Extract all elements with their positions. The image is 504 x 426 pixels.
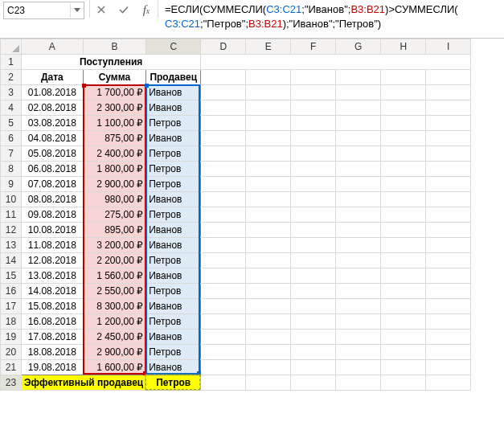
cell[interactable] <box>246 253 291 268</box>
row-header[interactable]: 23 <box>1 375 22 391</box>
cell[interactable] <box>291 223 336 238</box>
cell-amount[interactable]: 1 700,00 ₽ <box>83 85 146 100</box>
cell[interactable] <box>381 345 426 360</box>
cell-date[interactable]: 10.08.2018 <box>22 223 84 238</box>
cell[interactable] <box>246 116 291 131</box>
cell[interactable] <box>246 100 291 116</box>
cell-date[interactable]: 02.08.2018 <box>22 100 84 116</box>
cell[interactable] <box>381 131 426 146</box>
name-box-dropdown[interactable] <box>70 3 84 18</box>
cell[interactable] <box>336 177 381 192</box>
cell[interactable] <box>381 330 426 345</box>
cell[interactable] <box>291 177 336 192</box>
cell-amount[interactable]: 8 300,00 ₽ <box>83 299 146 314</box>
cell[interactable] <box>426 70 471 85</box>
cell[interactable] <box>426 207 471 223</box>
cell[interactable] <box>336 223 381 238</box>
cell[interactable] <box>336 314 381 330</box>
cell[interactable] <box>291 268 336 284</box>
cell[interactable] <box>201 146 246 162</box>
cell[interactable] <box>426 253 471 268</box>
cell-date[interactable]: 17.08.2018 <box>22 330 84 345</box>
cell[interactable] <box>381 207 426 223</box>
cell[interactable] <box>426 268 471 284</box>
cell[interactable] <box>201 131 246 146</box>
cell-seller[interactable]: Иванов <box>146 268 201 284</box>
cell[interactable] <box>381 177 426 192</box>
cell[interactable] <box>201 162 246 177</box>
cell-seller[interactable]: Петров <box>146 162 201 177</box>
cell-seller[interactable]: Иванов <box>146 223 201 238</box>
cell[interactable] <box>336 253 381 268</box>
cell[interactable] <box>426 100 471 116</box>
cell[interactable] <box>381 314 426 330</box>
row-header[interactable]: 13 <box>1 238 22 253</box>
cell[interactable] <box>336 131 381 146</box>
row-header[interactable]: 20 <box>1 345 22 360</box>
cell[interactable] <box>201 70 246 85</box>
cell[interactable] <box>336 299 381 314</box>
cell[interactable] <box>201 207 246 223</box>
cell-header-amount[interactable]: Сумма <box>83 70 146 85</box>
cell[interactable] <box>426 345 471 360</box>
cell-header-date[interactable]: Дата <box>22 70 84 85</box>
cell[interactable] <box>246 70 291 85</box>
cell[interactable] <box>246 162 291 177</box>
row-header[interactable]: 14 <box>1 253 22 268</box>
col-header[interactable]: G <box>336 39 381 55</box>
cell[interactable] <box>246 284 291 299</box>
cell[interactable] <box>201 85 246 100</box>
cell[interactable] <box>336 360 381 375</box>
cell[interactable] <box>201 268 246 284</box>
cell-seller[interactable]: Иванов <box>146 85 201 100</box>
cell-date[interactable]: 15.08.2018 <box>22 299 84 314</box>
cell[interactable] <box>426 299 471 314</box>
cell-date[interactable]: 01.08.2018 <box>22 85 84 100</box>
cell[interactable] <box>201 314 246 330</box>
cell-title[interactable]: Поступления <box>22 55 201 70</box>
cell[interactable] <box>336 162 381 177</box>
row-header[interactable]: 7 <box>1 146 22 162</box>
cell[interactable] <box>336 238 381 253</box>
cell-seller[interactable]: Петров <box>146 177 201 192</box>
cell[interactable] <box>291 284 336 299</box>
cell-seller[interactable]: Иванов <box>146 100 201 116</box>
cell[interactable] <box>201 330 246 345</box>
cell-seller[interactable]: Петров <box>146 146 201 162</box>
cell[interactable] <box>336 207 381 223</box>
row-header[interactable]: 16 <box>1 284 22 299</box>
cell[interactable] <box>426 192 471 207</box>
cell-amount[interactable]: 2 900,00 ₽ <box>83 345 146 360</box>
row-header[interactable]: 15 <box>1 268 22 284</box>
cell[interactable] <box>291 100 336 116</box>
cell[interactable] <box>246 146 291 162</box>
row-header[interactable]: 9 <box>1 177 22 192</box>
cell-seller[interactable]: Иванов <box>146 360 201 375</box>
row-header[interactable]: 5 <box>1 116 22 131</box>
cell[interactable] <box>426 177 471 192</box>
cell-amount[interactable]: 275,00 ₽ <box>83 207 146 223</box>
cell[interactable] <box>426 314 471 330</box>
row-header[interactable]: 8 <box>1 162 22 177</box>
col-header[interactable]: B <box>83 39 146 55</box>
cell-amount[interactable]: 2 450,00 ₽ <box>83 330 146 345</box>
cell[interactable] <box>381 238 426 253</box>
cell[interactable] <box>336 100 381 116</box>
cell[interactable] <box>291 345 336 360</box>
cancel-formula-button[interactable] <box>93 2 109 18</box>
cell[interactable] <box>201 253 246 268</box>
cell-active-result[interactable]: Петров <box>146 375 201 391</box>
cell[interactable] <box>201 345 246 360</box>
cell[interactable] <box>336 116 381 131</box>
cell-seller[interactable]: Петров <box>146 207 201 223</box>
cell[interactable] <box>336 85 381 100</box>
cell[interactable] <box>426 85 471 100</box>
cell[interactable] <box>336 375 381 391</box>
row-header[interactable]: 12 <box>1 223 22 238</box>
cell[interactable] <box>381 192 426 207</box>
row-header[interactable]: 2 <box>1 70 22 85</box>
cell[interactable] <box>201 55 471 70</box>
cell[interactable] <box>381 85 426 100</box>
cell-seller[interactable]: Иванов <box>146 238 201 253</box>
cell[interactable] <box>201 284 246 299</box>
